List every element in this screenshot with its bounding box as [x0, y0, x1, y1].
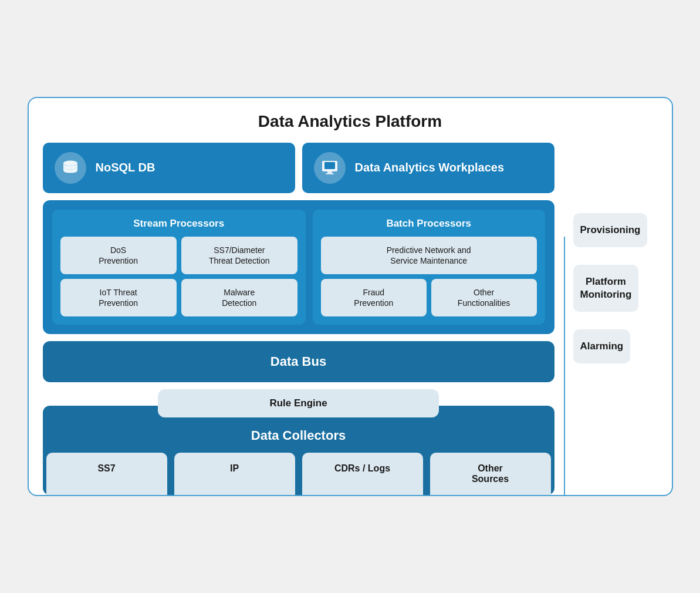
- dos-prevention: DoSPrevention: [60, 237, 177, 274]
- other-functionalities: OtherFunctionalities: [431, 279, 537, 316]
- data-analytics-workplaces-card: Data Analytics Workplaces: [302, 143, 554, 193]
- data-analytics-workplaces-label: Data Analytics Workplaces: [355, 161, 505, 174]
- stream-row-1: DoSPrevention SS7/DiameterThreat Detecti…: [60, 237, 297, 274]
- nosql-db-card: NoSQL DB: [43, 143, 295, 193]
- sidebar-top-spacer: [564, 143, 658, 190]
- sidebar-provisioning: Provisioning: [573, 213, 648, 247]
- fraud-prevention: FraudPrevention: [321, 279, 427, 316]
- data-collectors-label: Data Collectors: [52, 423, 545, 443]
- malware-detection: MalwareDetection: [181, 279, 297, 316]
- collector-ip: IP: [174, 453, 295, 495]
- stream-processor-items: DoSPrevention SS7/DiameterThreat Detecti…: [60, 237, 297, 317]
- processors-section: Stream Processors DoSPrevention SS7/Diam…: [43, 200, 554, 335]
- collector-other-sources: OtherSources: [430, 453, 551, 495]
- data-collectors-box: Data Collectors SS7 IP CDRs / Logs Other…: [43, 406, 554, 495]
- outer-container: Data Analytics Platform NoSQL DB: [28, 97, 673, 497]
- processors-row: Stream Processors DoSPrevention SS7/Diam…: [52, 210, 545, 325]
- ss7-diameter: SS7/DiameterThreat Detection: [181, 237, 297, 274]
- stream-processors-title: Stream Processors: [60, 218, 297, 230]
- right-sidebar: Provisioning PlatformMonitoring Alarming: [564, 143, 658, 496]
- rule-engine-box: Rule Engine: [158, 389, 439, 417]
- sidebar-items-wrapper: Provisioning PlatformMonitoring Alarming: [564, 190, 658, 496]
- batch-processors-box: Batch Processors Predictive Network andS…: [313, 210, 545, 325]
- iot-threat: IoT ThreatPrevention: [60, 279, 177, 316]
- stream-row-2: IoT ThreatPrevention MalwareDetection: [60, 279, 297, 316]
- nosql-db-label: NoSQL DB: [96, 161, 155, 174]
- batch-row-1: Predictive Network andService Maintenanc…: [321, 237, 537, 274]
- main-title: Data Analytics Platform: [43, 112, 658, 131]
- content-area: NoSQL DB Data Analytics Workplaces: [43, 143, 658, 496]
- batch-row-2: FraudPrevention OtherFunctionalities: [321, 279, 537, 316]
- svg-rect-3: [327, 171, 332, 173]
- data-bus-label: Data Bus: [270, 354, 326, 369]
- batch-processors-title: Batch Processors: [321, 218, 537, 230]
- predictive-network: Predictive Network andService Maintenanc…: [321, 237, 537, 274]
- collector-items-row: SS7 IP CDRs / Logs OtherSources: [43, 453, 554, 495]
- bottom-section: Rule Engine Data Collectors SS7 IP CDRs …: [43, 389, 554, 495]
- collector-ss7: SS7: [46, 453, 167, 495]
- left-section: NoSQL DB Data Analytics Workplaces: [43, 143, 554, 496]
- batch-processor-items: Predictive Network andService Maintenanc…: [321, 237, 537, 317]
- svg-rect-4: [326, 173, 334, 174]
- collector-cdrs: CDRs / Logs: [302, 453, 423, 495]
- svg-rect-2: [324, 162, 335, 169]
- monitor-icon: [314, 152, 346, 184]
- data-bus-section: Data Bus: [43, 341, 554, 382]
- sidebar-alarming: Alarming: [573, 329, 631, 363]
- top-row: NoSQL DB Data Analytics Workplaces: [43, 143, 554, 193]
- svg-point-0: [63, 160, 77, 166]
- sidebar-platform-monitoring: PlatformMonitoring: [573, 265, 639, 312]
- database-icon: [55, 152, 86, 184]
- stream-processors-box: Stream Processors DoSPrevention SS7/Diam…: [52, 210, 306, 325]
- sidebar-connector-line: [564, 237, 565, 496]
